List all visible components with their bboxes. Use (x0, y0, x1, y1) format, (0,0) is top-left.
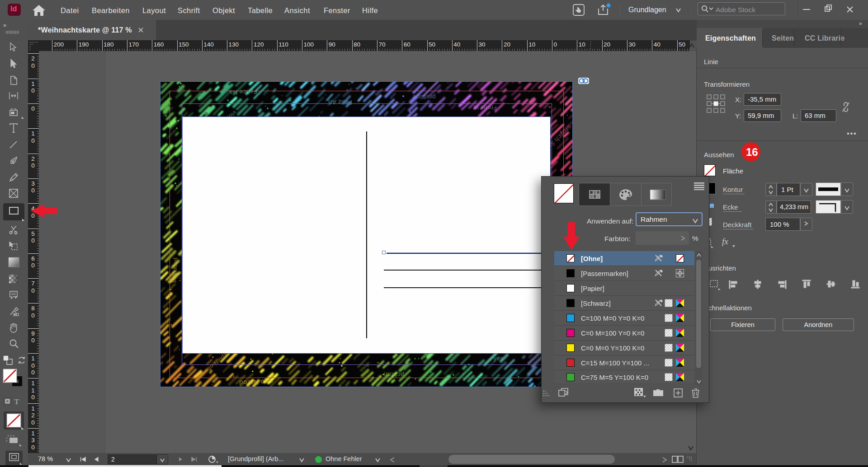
svg-text:0: 0 (31, 162, 35, 169)
svg-text:0: 0 (31, 419, 35, 426)
svg-text:10: 10 (579, 41, 585, 48)
svg-text:1: 1 (31, 380, 35, 387)
svg-text:1: 1 (31, 387, 35, 394)
svg-text:200: 200 (54, 41, 64, 48)
svg-text:3: 3 (31, 180, 35, 187)
svg-text:50: 50 (679, 41, 685, 48)
svg-text:0: 0 (31, 62, 35, 69)
svg-text:0: 0 (31, 187, 35, 194)
svg-text:9: 9 (31, 330, 35, 337)
svg-text:140: 140 (203, 41, 214, 48)
svg-text:20: 20 (604, 41, 610, 48)
svg-text:8: 8 (31, 305, 35, 312)
svg-text:30: 30 (479, 41, 486, 48)
svg-text:5: 5 (31, 230, 35, 237)
svg-text:1: 1 (31, 130, 35, 137)
svg-text:0: 0 (31, 394, 35, 401)
svg-text:0: 0 (31, 362, 35, 369)
svg-text:30: 30 (628, 41, 635, 48)
svg-text:60: 60 (404, 41, 410, 48)
svg-text:120: 120 (254, 41, 264, 48)
svg-text:0: 0 (31, 369, 35, 376)
svg-text:1: 1 (31, 430, 35, 437)
svg-text:170: 170 (128, 41, 139, 48)
svg-text:50: 50 (429, 41, 435, 48)
svg-text:150: 150 (179, 41, 189, 48)
svg-text:40: 40 (654, 41, 660, 48)
svg-text:0: 0 (31, 312, 35, 319)
svg-text:T: T (14, 397, 19, 406)
svg-text:70: 70 (378, 41, 385, 48)
svg-text:0: 0 (31, 87, 35, 94)
svg-text:7: 7 (31, 280, 35, 287)
svg-text:130: 130 (229, 41, 239, 48)
svg-text:3: 3 (31, 437, 35, 444)
svg-text:0: 0 (554, 41, 557, 48)
svg-text:40: 40 (453, 41, 460, 48)
svg-text:0: 0 (31, 337, 35, 344)
svg-text:160: 160 (154, 41, 164, 48)
svg-text:100: 100 (304, 41, 314, 48)
svg-text:0: 0 (31, 444, 35, 451)
svg-text:6: 6 (31, 255, 35, 262)
svg-text:80: 80 (354, 41, 360, 48)
svg-text:0: 0 (31, 262, 35, 269)
svg-text:2: 2 (31, 55, 35, 62)
svg-text:0: 0 (31, 105, 35, 112)
svg-text:190: 190 (79, 41, 89, 48)
svg-text:0: 0 (31, 237, 35, 244)
svg-text:2: 2 (31, 155, 35, 162)
svg-text:1: 1 (31, 405, 35, 412)
svg-text:180: 180 (104, 41, 114, 48)
svg-text:110: 110 (278, 41, 288, 48)
svg-text:0: 0 (31, 287, 35, 294)
svg-text:0: 0 (31, 137, 35, 144)
svg-text:90: 90 (329, 41, 335, 48)
svg-text:2: 2 (31, 412, 35, 419)
svg-text:10: 10 (528, 41, 535, 48)
svg-text:1: 1 (31, 80, 35, 87)
svg-text:20: 20 (504, 41, 510, 48)
svg-text:1: 1 (31, 355, 35, 362)
